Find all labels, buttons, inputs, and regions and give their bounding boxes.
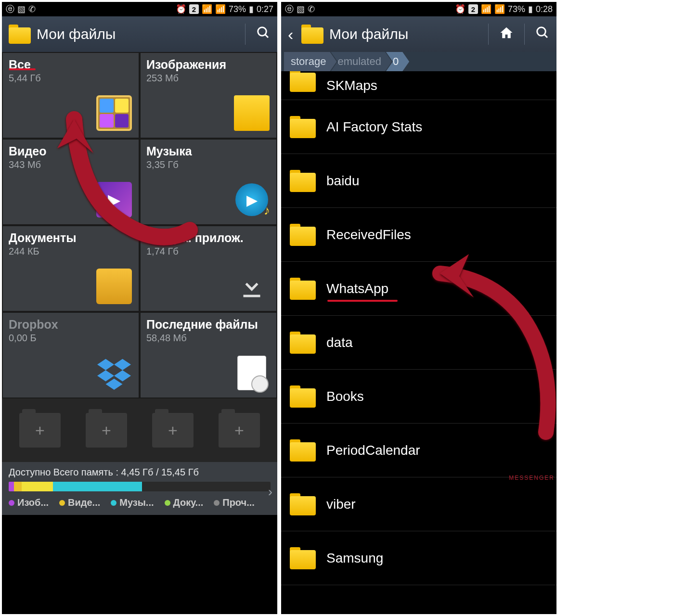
folder-row[interactable]: ReceivedFiles [281,208,556,262]
picture-icon: ▧ [17,4,26,14]
app-folder-icon [9,25,31,44]
battery-text: 73% [229,4,246,14]
signal-icon: 📶 [481,4,491,14]
clock-text: 0:27 [257,4,273,14]
tile-title: Dropbox [9,318,133,332]
folder-name: SKMaps [326,78,377,93]
folder-icon [290,278,316,300]
divider [524,24,525,45]
search-icon[interactable] [535,26,550,43]
app-folder-icon [301,25,323,44]
photo-tile-icon [234,95,270,131]
edge-icon: ⓔ [6,3,14,15]
docs-tile-icon [96,269,132,304]
page-title: Мои файлы [37,26,234,42]
breadcrumb: storage emulated 0 [281,52,556,71]
annotation-underline [327,300,398,302]
tile-size: 1,74 Гб [146,246,271,257]
tile-music[interactable]: Музыка 3,35 Гб ▶ [141,140,276,224]
recent-tile-icon [234,355,270,391]
signal-icon-2: 📶 [215,4,226,14]
folder-row[interactable]: PeriodCalendar [281,424,556,477]
divider [488,24,489,45]
folder-icon [290,547,316,569]
tile-title: Загруж. прилож. [146,231,271,245]
category-tiles: Все 5,44 Гб Изображения 253 Мб Видео 343… [2,52,277,398]
tile-all[interactable]: Все 5,44 Гб [3,53,139,138]
divider [245,24,246,45]
tile-documents[interactable]: Документы 244 КБ [3,226,139,311]
svg-line-1 [265,34,268,37]
tile-title: Музыка [146,144,271,158]
status-bar: ⓔ ▧ ✆ ⏰ 2 📶 📶 73% ▮ 0:27 [2,2,277,16]
folder-name: data [326,335,353,350]
video-tile-icon: ▶ [96,182,132,218]
chevron-right-icon: › [268,484,272,500]
add-shortcut-button[interactable]: + [19,413,61,448]
folder-name: WhatsApp [326,281,388,296]
action-bar: ‹ Мои файлы [281,16,556,52]
svg-point-0 [258,27,267,36]
tile-size: 253 Мб [146,73,271,84]
music-tile-icon: ▶ [234,182,270,218]
storage-legend: Изоб... Виде... Музы... Доку... Проч... [9,497,271,508]
folder-icon [290,71,316,92]
folder-name: AI Factory Stats [326,119,422,135]
sim-badge: 2 [189,4,199,14]
page-title: Мои файлы [329,26,478,42]
alarm-icon: ⏰ [455,4,465,14]
download-tile-icon [234,269,270,304]
folder-row[interactable]: AI Factory Stats [281,100,556,154]
add-shortcut-button[interactable]: + [86,413,127,448]
signal-icon: 📶 [202,4,212,14]
phone-icon: ✆ [308,4,315,14]
tile-size: 244 КБ [9,246,133,257]
battery-text: 73% [508,4,525,14]
back-button[interactable]: ‹ [288,25,296,44]
battery-icon: ▮ [249,4,254,14]
tile-images[interactable]: Изображения 253 Мб [141,53,276,138]
tile-dropbox[interactable]: Dropbox 0,00 Б [3,313,139,398]
tile-title: Последние файлы [146,318,271,332]
folder-row-whatsapp[interactable]: WhatsApp [281,262,556,316]
breadcrumb-item[interactable]: storage [284,52,336,71]
folder-name: ReceivedFiles [326,227,411,243]
tile-video[interactable]: Видео 343 Мб ▶ [3,140,139,224]
tile-recent[interactable]: Последние файлы 58,48 Мб [141,313,276,398]
folder-icon [290,116,316,138]
storage-footer[interactable]: Доступно Всего память : 4,45 Гб / 15,45 … [2,462,277,515]
tile-size: 58,48 Мб [146,333,271,344]
status-bar: ⓔ ▧ ✆ ⏰ 2 📶 📶 73% ▮ 0:28 [281,2,556,16]
folder-row[interactable]: data [281,316,556,370]
tile-downloads[interactable]: Загруж. прилож. 1,74 Гб [141,226,276,311]
alarm-icon: ⏰ [176,4,186,14]
folder-name: Samsung [326,551,383,566]
folder-row[interactable]: Samsung [281,531,556,585]
folder-icon [290,439,316,462]
add-shortcut-button[interactable]: + [219,413,260,448]
folder-row[interactable]: SKMaps [281,71,556,100]
dropbox-tile-icon [96,355,132,391]
add-shortcut-button[interactable]: + [152,413,194,448]
edge-icon: ⓔ [285,3,294,15]
battery-icon: ▮ [528,4,533,14]
sim-badge: 2 [468,4,478,14]
folder-row[interactable]: Books [281,370,556,424]
folder-icon [290,224,316,246]
search-icon[interactable] [256,26,271,43]
watermark: MESSENGER [509,475,555,481]
signal-icon-2: 📶 [494,4,505,14]
folder-icon [290,170,316,192]
svg-point-2 [537,27,546,36]
folder-list[interactable]: SKMaps AI Factory Stats baidu ReceivedFi… [281,71,556,614]
breadcrumb-item[interactable]: emulated [331,52,392,71]
folder-row: baidu [281,154,556,208]
tile-size: 5,44 Гб [9,73,133,84]
tile-title: Видео [9,144,133,158]
tile-title: Изображения [146,58,271,72]
folder-row[interactable]: viber [281,477,556,531]
shortcut-row: + + + + [2,398,277,462]
action-bar: Мои файлы [2,16,277,52]
home-icon[interactable] [499,26,514,43]
svg-line-3 [544,34,547,37]
